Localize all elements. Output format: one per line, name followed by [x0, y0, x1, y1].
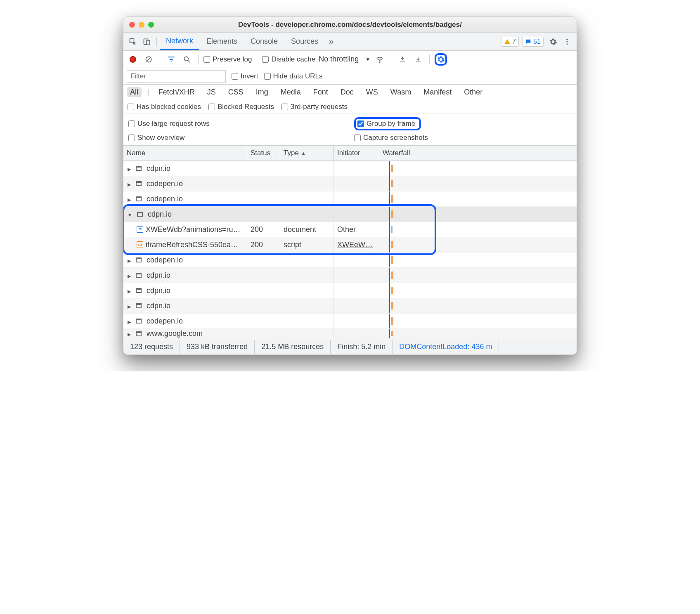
search-icon[interactable] — [181, 53, 193, 66]
frame-icon — [136, 288, 142, 293]
group-by-frame-checkbox[interactable]: Group by frame — [354, 117, 421, 130]
throttling-select[interactable]: No throttling▼ — [319, 55, 370, 64]
col-initiator[interactable]: Initiator — [334, 146, 379, 161]
type-fetch-xhr[interactable]: Fetch/XHR — [155, 87, 198, 97]
frame-name: codepen.io — [147, 317, 183, 326]
network-conditions-icon[interactable] — [374, 53, 386, 66]
type-cell: script — [280, 237, 334, 253]
traffic-lights — [129, 22, 154, 28]
initiator-link[interactable]: XWEeW… — [337, 241, 373, 249]
minimize-button[interactable] — [139, 22, 144, 28]
frame-icon — [136, 319, 142, 324]
messages-badge[interactable]: 51 — [522, 37, 544, 47]
panel-tabbar: Network Elements Console Sources » 7 51 — [123, 33, 577, 51]
blocked-requests-checkbox[interactable]: Blocked Requests — [208, 103, 274, 111]
zoom-button[interactable] — [148, 22, 154, 28]
col-status[interactable]: Status — [247, 146, 280, 161]
frame-row[interactable]: codepen.io — [123, 176, 577, 191]
status-cell: 200 — [247, 237, 280, 253]
tab-elements[interactable]: Elements — [201, 34, 243, 49]
frame-icon — [136, 196, 142, 201]
capture-screenshots-checkbox[interactable]: Capture screenshots — [354, 134, 572, 142]
type-doc[interactable]: Doc — [337, 87, 357, 97]
type-css[interactable]: CSS — [225, 87, 247, 97]
third-party-checkbox[interactable]: 3rd-party requests — [281, 103, 348, 111]
record-button[interactable] — [127, 53, 139, 66]
network-toolbar: Preserve log Disable cache No throttling… — [123, 51, 577, 68]
type-img[interactable]: Img — [253, 87, 272, 97]
disclosure-icon — [128, 195, 133, 203]
frame-row[interactable]: cdpn.io — [123, 298, 577, 314]
warnings-badge[interactable]: 7 — [501, 37, 519, 47]
frame-row[interactable]: cdpn.io — [123, 268, 577, 283]
initiator-text: Other — [337, 225, 356, 234]
frame-row[interactable]: codepen.io — [123, 314, 577, 329]
disclosure-icon — [128, 286, 133, 295]
show-overview-checkbox[interactable]: Show overview — [128, 134, 346, 142]
type-manifest[interactable]: Manifest — [420, 87, 455, 97]
clear-icon[interactable] — [142, 53, 155, 66]
disclosure-icon — [128, 302, 133, 310]
frame-name: codepen.io — [147, 179, 183, 188]
type-other[interactable]: Other — [461, 87, 486, 97]
type-media[interactable]: Media — [277, 87, 304, 97]
frame-icon — [136, 181, 142, 186]
export-har-icon[interactable] — [412, 53, 424, 66]
device-toggle-icon[interactable] — [141, 35, 153, 48]
preserve-log-checkbox[interactable]: Preserve log — [203, 55, 252, 64]
filter-icon[interactable] — [165, 53, 177, 66]
col-name[interactable]: Name — [123, 146, 247, 161]
network-settings-panel: Use large request rows Group by frame Sh… — [123, 114, 577, 146]
frame-name: cdpn.io — [147, 302, 170, 310]
large-rows-checkbox[interactable]: Use large request rows — [128, 117, 346, 130]
frame-row[interactable]: www.google.com — [123, 329, 577, 339]
tabs-overflow[interactable]: » — [326, 37, 337, 46]
disclosure-icon — [128, 271, 133, 280]
disclosure-icon — [128, 179, 133, 188]
disclosure-icon — [128, 329, 133, 338]
frame-name: codepen.io — [147, 195, 183, 203]
status-dcl: DOMContentLoaded: 436 m — [393, 340, 499, 354]
frame-row[interactable]: cdpn.io — [123, 283, 577, 298]
type-font[interactable]: Font — [310, 87, 331, 97]
frame-row[interactable]: codepen.io — [123, 253, 577, 268]
more-icon[interactable] — [561, 35, 573, 48]
frame-icon — [136, 257, 142, 262]
type-ws[interactable]: WS — [363, 87, 381, 97]
request-table-body: cdpn.iocodepen.iocodepen.iocdpn.io≣XWEeW… — [123, 161, 577, 339]
script-icon: <> — [137, 241, 143, 248]
network-settings-icon[interactable] — [435, 53, 447, 66]
request-row[interactable]: <>iframeRefreshCSS-550ea…200scriptXWEeW… — [123, 237, 577, 253]
type-all[interactable]: All — [127, 87, 142, 97]
col-type[interactable]: Type▲ — [280, 146, 334, 161]
frame-icon — [136, 331, 142, 336]
frame-row[interactable]: cdpn.io — [123, 161, 577, 176]
tab-sources[interactable]: Sources — [285, 34, 324, 49]
frame-name: cdpn.io — [148, 210, 172, 219]
type-wasm[interactable]: Wasm — [387, 87, 414, 97]
close-button[interactable] — [129, 22, 135, 28]
tab-console[interactable]: Console — [245, 34, 284, 49]
tab-network[interactable]: Network — [160, 33, 199, 50]
frame-row[interactable]: cdpn.io — [123, 207, 577, 222]
frame-row[interactable]: codepen.io — [123, 191, 577, 207]
blocked-cookies-checkbox[interactable]: Has blocked cookies — [128, 103, 201, 111]
import-har-icon[interactable] — [396, 53, 409, 66]
svg-rect-2 — [147, 40, 150, 45]
messages-count: 51 — [533, 38, 541, 45]
type-js[interactable]: JS — [204, 87, 219, 97]
invert-checkbox[interactable]: Invert — [232, 72, 258, 80]
disclosure-icon — [128, 210, 135, 219]
settings-icon[interactable] — [547, 35, 559, 48]
hide-data-urls-checkbox[interactable]: Hide data URLs — [264, 72, 323, 80]
inspect-element-icon[interactable] — [127, 35, 139, 48]
disable-cache-checkbox[interactable]: Disable cache — [262, 55, 315, 64]
filter-input[interactable] — [127, 70, 226, 83]
request-row[interactable]: ≣XWEeWdb?animations=ru…200documentOther — [123, 222, 577, 237]
col-waterfall[interactable]: Waterfall — [379, 146, 577, 161]
devtools-window: DevTools - developer.chrome.com/docs/dev… — [123, 17, 577, 355]
frame-name: cdpn.io — [147, 164, 170, 173]
status-transferred: 933 kB transferred — [180, 340, 255, 354]
extra-filters: Has blocked cookies Blocked Requests 3rd… — [123, 100, 577, 114]
svg-point-3 — [566, 38, 568, 40]
